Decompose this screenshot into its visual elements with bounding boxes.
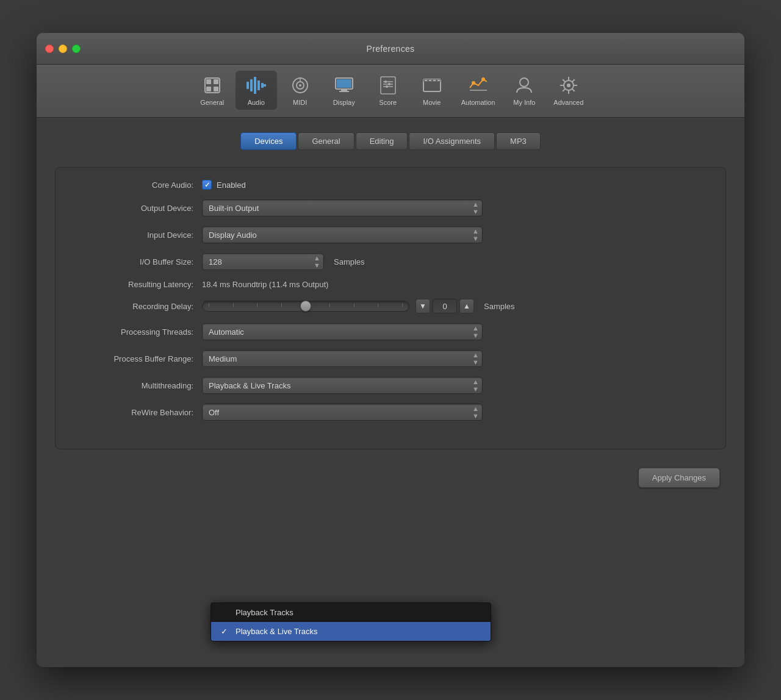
display-icon [333, 74, 355, 96]
dropdown-check-playback-live: ✓ [221, 627, 231, 636]
toolbar-item-advanced[interactable]: Advanced [547, 71, 589, 110]
processing-threads-label: Processing Threads: [80, 327, 202, 337]
slider-mark [233, 304, 234, 307]
svg-rect-28 [425, 80, 427, 81]
output-device-select-wrapper: Built-in Output ▲ ▼ [202, 199, 483, 216]
core-audio-checkbox[interactable]: ✓ [202, 180, 212, 190]
svg-point-25 [386, 85, 388, 88]
button-row: Apply Changes [55, 468, 726, 488]
tab-editing[interactable]: Editing [356, 132, 408, 150]
toolbar-label-general: General [200, 99, 224, 106]
svg-point-34 [481, 77, 485, 81]
dropdown-label-playback: Playback Tracks [236, 608, 293, 617]
tab-mp3[interactable]: MP3 [496, 132, 541, 150]
process-buffer-control: Medium ▲ ▼ [202, 350, 701, 367]
toolbar-item-display[interactable]: Display [323, 71, 365, 110]
toolbar-label-myinfo: My Info [513, 99, 535, 106]
multithreading-label: Multithreading: [80, 381, 202, 390]
svg-rect-18 [339, 91, 349, 92]
recording-delay-label: Recording Delay: [80, 302, 202, 311]
tab-devices[interactable]: Devices [240, 132, 297, 150]
processing-threads-select-wrapper: Automatic ▲ ▼ [202, 323, 483, 340]
svg-line-43 [572, 89, 574, 91]
svg-rect-16 [337, 79, 351, 88]
svg-point-23 [384, 80, 387, 83]
dropdown-item-playback-live[interactable]: ✓ Playback & Live Tracks [211, 622, 491, 641]
svg-line-44 [572, 79, 574, 82]
stepper-down-button[interactable]: ▼ [416, 299, 430, 313]
output-device-select[interactable]: Built-in Output [202, 199, 483, 216]
toolbar-item-myinfo[interactable]: My Info [503, 71, 545, 110]
core-audio-checkbox-area: ✓ Enabled [202, 180, 246, 190]
svg-rect-4 [214, 87, 218, 91]
recording-delay-samples-text: Samples [484, 302, 515, 311]
multithreading-select-wrapper: Playback & Live Tracks ▲ ▼ [202, 377, 483, 394]
processing-threads-select[interactable]: Automatic [202, 323, 483, 340]
dropdown-label-playback-live: Playback & Live Tracks [236, 627, 317, 636]
toolbar-item-movie[interactable]: Movie [411, 71, 453, 110]
close-button[interactable] [45, 45, 54, 53]
recording-delay-slider[interactable] [202, 301, 409, 312]
rewire-select-wrapper: Off ▲ ▼ [202, 404, 483, 421]
toolbar-label-advanced: Advanced [553, 99, 583, 106]
slider-thumb[interactable] [300, 301, 311, 312]
tab-ioassign[interactable]: I/O Assignments [409, 132, 495, 150]
dropdown-item-playback[interactable]: Playback Tracks [211, 603, 491, 622]
svg-rect-7 [254, 77, 256, 94]
rewire-select[interactable]: Off [202, 404, 483, 421]
general-icon [201, 74, 223, 96]
output-device-control: Built-in Output ▲ ▼ [202, 199, 701, 216]
process-buffer-label: Process Buffer Range: [80, 354, 202, 363]
io-buffer-row: I/O Buffer Size: 128 ▲ ▼ Samples [80, 253, 701, 270]
settings-panel: Core Audio: ✓ Enabled Output Device: Bui… [55, 167, 726, 449]
toolbar-item-automation[interactable]: Automation [455, 71, 502, 110]
slider-mark [209, 304, 209, 307]
midi-icon [289, 74, 311, 96]
preferences-window: Preferences General [37, 33, 744, 667]
rewire-label: ReWire Behavior: [80, 408, 202, 417]
content-area: Devices General Editing I/O Assignments … [37, 118, 744, 667]
io-buffer-select[interactable]: 128 [202, 253, 324, 270]
svg-point-24 [388, 83, 390, 85]
svg-rect-30 [433, 80, 436, 81]
latency-label: Resulting Latency: [80, 280, 202, 289]
input-device-select[interactable]: Display Audio [202, 226, 483, 243]
latency-value: 18.4 ms Roundtrip (11.4 ms Output) [202, 280, 328, 289]
slider-mark [281, 304, 282, 307]
input-device-control: Display Audio ▲ ▼ [202, 226, 701, 243]
svg-rect-6 [250, 79, 253, 91]
rewire-row: ReWire Behavior: Off ▲ ▼ [80, 404, 701, 421]
svg-point-33 [472, 81, 475, 85]
io-buffer-select-wrapper: 128 ▲ ▼ [202, 253, 324, 270]
io-buffer-label: I/O Buffer Size: [80, 257, 202, 266]
toolbar-item-score[interactable]: Score [367, 71, 409, 110]
toolbar-item-general[interactable]: General [192, 71, 233, 110]
rewire-control: Off ▲ ▼ [202, 404, 701, 421]
toolbar-item-audio[interactable]: Audio [236, 71, 277, 110]
processing-threads-control: Automatic ▲ ▼ [202, 323, 701, 340]
latency-control: 18.4 ms Roundtrip (11.4 ms Output) [202, 280, 701, 289]
maximize-button[interactable] [72, 45, 81, 53]
svg-rect-9 [261, 83, 264, 88]
svg-line-45 [563, 89, 565, 91]
minimize-button[interactable] [59, 45, 67, 53]
toolbar-label-audio: Audio [248, 99, 265, 106]
stepper-up-button[interactable]: ▲ [459, 299, 474, 313]
slider-mark [378, 304, 378, 307]
multithreading-select[interactable]: Playback & Live Tracks [202, 377, 483, 394]
svg-rect-10 [264, 84, 266, 87]
toolbar-item-midi[interactable]: MIDI [279, 71, 321, 110]
audio-icon [245, 74, 267, 96]
output-device-label: Output Device: [80, 204, 202, 213]
slider-mark [354, 304, 355, 307]
checkmark-icon: ✓ [204, 181, 210, 189]
recording-delay-stepper: ▼ 0 ▲ [416, 299, 474, 313]
input-device-row: Input Device: Display Audio ▲ ▼ [80, 226, 701, 243]
process-buffer-select[interactable]: Medium [202, 350, 483, 367]
apply-changes-button[interactable]: Apply Changes [638, 468, 720, 488]
process-buffer-select-wrapper: Medium ▲ ▼ [202, 350, 483, 367]
tab-general[interactable]: General [298, 132, 354, 150]
recording-delay-slider-container: ▼ 0 ▲ Samples [202, 299, 515, 313]
toolbar: General Audio [37, 65, 744, 118]
process-buffer-row: Process Buffer Range: Medium ▲ ▼ [80, 350, 701, 367]
